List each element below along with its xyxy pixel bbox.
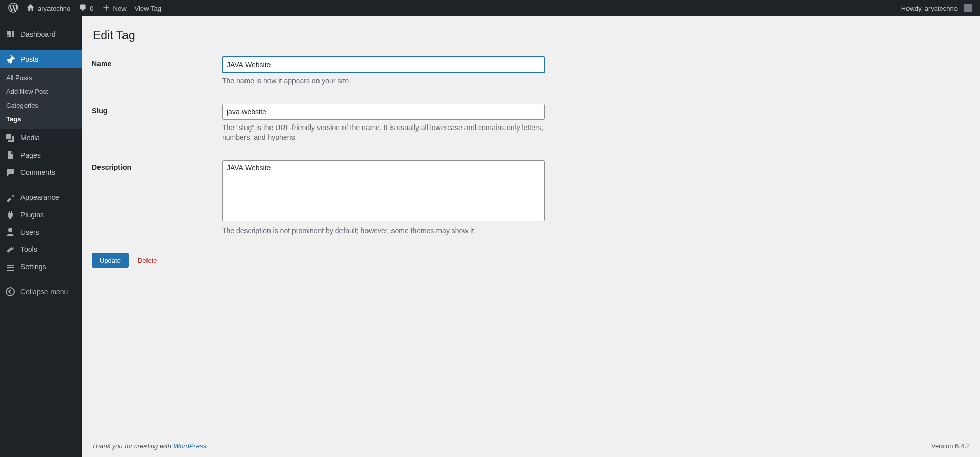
description-label: Description <box>92 160 222 171</box>
svg-point-0 <box>6 288 14 296</box>
sidebar-item-tools[interactable]: Tools <box>0 241 82 258</box>
site-name: aryatechno <box>38 5 70 12</box>
sidebar-item-users[interactable]: Users <box>0 223 82 241</box>
howdy-account[interactable]: Howdy, aryatechno <box>897 0 976 16</box>
users-icon <box>5 227 15 237</box>
sidebar-item-settings[interactable]: Settings <box>0 258 82 275</box>
avatar <box>964 4 972 12</box>
footer-thanks: Thank you for creating with WordPress. <box>92 442 208 450</box>
sidebar-item-posts[interactable]: Posts <box>0 50 82 68</box>
delete-link[interactable]: Delete <box>138 257 157 264</box>
name-description: The name is how it appears on your site. <box>222 76 545 86</box>
sidebar-item-plugins[interactable]: Plugins <box>0 206 82 223</box>
plus-icon <box>102 4 110 13</box>
sub-all-posts[interactable]: All Posts <box>0 71 82 85</box>
pin-icon <box>5 54 15 64</box>
media-icon <box>5 133 15 143</box>
posts-submenu: All Posts Add New Post Categories Tags <box>0 68 82 129</box>
view-tag-link[interactable]: View Tag <box>131 0 165 16</box>
name-input[interactable] <box>222 57 545 73</box>
sidebar-item-media[interactable]: Media <box>0 129 82 146</box>
wp-logo[interactable] <box>4 0 22 16</box>
page-title: Edit Tag <box>93 29 970 42</box>
sub-categories[interactable]: Categories <box>0 98 82 112</box>
menu-spacer <box>0 16 82 26</box>
new-content-link[interactable]: New <box>98 0 131 16</box>
sidebar-item-dashboard[interactable]: Dashboard <box>0 26 82 43</box>
comments-count: 0 <box>90 5 93 12</box>
slug-description: The “slug” is the URL-friendly version o… <box>222 123 545 143</box>
update-button[interactable]: Update <box>92 253 129 268</box>
sub-add-new-post[interactable]: Add New Post <box>0 85 82 98</box>
new-label: New <box>113 5 127 12</box>
wordpress-link[interactable]: WordPress <box>174 442 206 450</box>
description-textarea[interactable] <box>222 160 545 221</box>
sidebar-item-pages[interactable]: Pages <box>0 146 82 164</box>
slug-label: Slug <box>92 104 222 115</box>
tools-icon <box>5 244 15 255</box>
collapse-menu[interactable]: Collapse menu <box>0 283 82 300</box>
howdy-text: Howdy, aryatechno <box>901 5 958 12</box>
description-description: The description is not prominent by defa… <box>222 226 545 236</box>
comments-icon <box>5 167 15 177</box>
pages-icon <box>5 150 15 160</box>
footer-version: Version 6.4.2 <box>931 442 970 450</box>
appearance-icon <box>5 192 15 202</box>
plugins-icon <box>5 210 15 220</box>
collapse-icon <box>5 287 15 297</box>
sub-tags[interactable]: Tags <box>0 112 82 126</box>
sidebar-item-comments[interactable]: Comments <box>0 164 82 181</box>
settings-icon <box>5 262 15 272</box>
site-home-link[interactable]: aryatechno <box>22 0 75 16</box>
slug-input[interactable] <box>222 104 545 120</box>
comments-link[interactable]: 0 <box>75 0 97 16</box>
name-label: Name <box>92 57 222 68</box>
dashboard-icon <box>5 29 15 39</box>
sidebar-item-appearance[interactable]: Appearance <box>0 189 82 206</box>
home-icon <box>27 4 35 13</box>
wordpress-icon <box>8 3 18 14</box>
comment-icon <box>79 4 87 13</box>
